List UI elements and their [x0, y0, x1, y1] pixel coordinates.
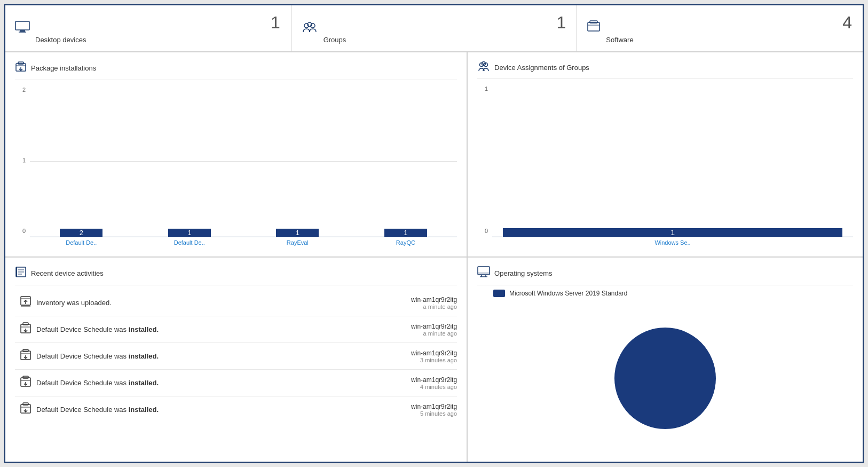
bar-label-default2: Default De..: [144, 239, 236, 246]
activity-text-2: Default Device Schedule was installed.: [36, 325, 411, 333]
panel-operating-systems: Operating systems Microsoft Windows Serv…: [468, 258, 863, 462]
software-count: 4: [842, 13, 852, 33]
bar-group-rayqc: 1: [360, 229, 452, 237]
main-content: Package installations 2 1 0: [5, 52, 863, 462]
activity-meta-4: win-am1qr9r2itg 4 minutes ago: [411, 376, 457, 390]
svg-rect-42: [478, 267, 490, 275]
bar-label-rayqc: RayQC: [360, 239, 452, 246]
activity-device-1: win-am1qr9r2itg: [411, 296, 457, 303]
bar-group-default2: 1: [144, 229, 236, 237]
row-charts: Package installations 2 1 0: [5, 52, 863, 258]
bar-group-default1: 2: [35, 229, 128, 237]
desktop-label: Desktop devices: [35, 36, 86, 44]
activity-device-3: win-am1qr9r2itg: [411, 349, 457, 357]
software-label: Software: [606, 36, 633, 44]
activities-title: Recent device activities: [31, 269, 104, 277]
activity-icon-upload: [15, 295, 36, 310]
legend-color-windows: [493, 290, 505, 297]
panel-device-assignments: Device Assignments of Groups 1 0: [468, 52, 863, 256]
assignments-icon: [477, 61, 490, 74]
activities-icon: [15, 266, 27, 281]
activity-item-3: Default Device Schedule was installed. w…: [15, 343, 457, 370]
groups-label: Groups: [323, 36, 346, 44]
svg-rect-1: [20, 30, 25, 32]
bar-windows: 1: [503, 228, 842, 237]
activity-icon-install-5: [15, 402, 36, 417]
activity-device-2: win-am1qr9r2itg: [411, 323, 457, 330]
panel-header-os: Operating systems: [477, 266, 853, 285]
package-install-icon: [15, 61, 27, 75]
summary-bar: Desktop devices 1 Groups 1: [5, 5, 863, 52]
package-bar-chart: 2 1 0 2: [15, 84, 457, 248]
activity-meta-1: win-am1qr9r2itg a minute ago: [411, 296, 457, 310]
groups-icon: [301, 21, 318, 36]
activity-icon-install-3: [15, 348, 36, 364]
panel-header-packages: Package installations: [15, 61, 457, 80]
bar-rayeval: 1: [276, 229, 319, 237]
bar-default2: 1: [168, 229, 211, 237]
summary-card-groups[interactable]: Groups 1: [291, 5, 578, 51]
summary-card-software[interactable]: Software 4: [577, 5, 863, 51]
os-legend-item: Microsoft Windows Server 2019 Standard: [493, 290, 627, 297]
svg-rect-37: [23, 376, 28, 378]
legend-label-windows: Microsoft Windows Server 2019 Standard: [509, 290, 627, 297]
activity-device-4: win-am1qr9r2itg: [411, 376, 457, 384]
activity-text-4: Default Device Schedule was installed.: [36, 379, 411, 387]
desktop-count: 1: [271, 13, 280, 33]
svg-rect-41: [23, 403, 28, 405]
os-title: Operating systems: [494, 269, 552, 277]
summary-card-desktop[interactable]: Desktop devices 1: [5, 5, 291, 51]
activity-time-5: 5 minutes ago: [411, 410, 457, 417]
activity-text-3: Default Device Schedule was installed.: [36, 352, 411, 360]
bar-label-windows: Windows Se..: [503, 239, 842, 246]
activity-text-1: Inventory was uploaded.: [36, 299, 411, 307]
activity-text-5: Default Device Schedule was installed.: [36, 406, 411, 414]
svg-rect-33: [23, 349, 28, 352]
groups-count: 1: [557, 13, 566, 33]
activity-time-2: a minute ago: [411, 330, 457, 337]
activity-item-2: Default Device Schedule was installed. w…: [15, 316, 457, 343]
bar-rayqc: 1: [384, 229, 427, 237]
activity-meta-3: win-am1qr9r2itg 3 minutes ago: [411, 349, 457, 363]
panel-header-assignments: Device Assignments of Groups: [477, 61, 853, 79]
activity-icon-install-4: [15, 375, 36, 391]
activity-icon-install-2: [15, 322, 36, 337]
package-install-title: Package installations: [31, 64, 96, 72]
svg-rect-10: [18, 62, 23, 64]
pie-container: [606, 303, 724, 453]
activity-time-3: 3 minutes ago: [411, 357, 457, 363]
bar-default1: 2: [60, 229, 102, 237]
activity-time-1: a minute ago: [411, 303, 457, 310]
activity-meta-2: win-am1qr9r2itg a minute ago: [411, 323, 457, 337]
panel-recent-activities: Recent device activities: [5, 258, 468, 462]
row-bottom: Recent device activities: [5, 258, 863, 462]
svg-rect-7: [590, 21, 597, 23]
bar-group-windows: 1: [503, 228, 842, 237]
bar-label-rayeval: RayEval: [251, 239, 344, 246]
svg-rect-29: [23, 323, 28, 325]
software-icon: [587, 20, 601, 37]
activity-item-1: Inventory was uploaded. win-am1qr9r2itg …: [15, 290, 457, 316]
panel-header-activities: Recent device activities: [15, 266, 457, 285]
assignments-title: Device Assignments of Groups: [494, 64, 589, 72]
activity-time-4: 4 minutes ago: [411, 384, 457, 390]
os-icon: [477, 266, 490, 281]
activity-list: Inventory was uploaded. win-am1qr9r2itg …: [15, 290, 457, 453]
activity-device-5: win-am1qr9r2itg: [411, 403, 457, 410]
svg-point-47: [614, 328, 716, 429]
panel-package-installations: Package installations 2 1 0: [5, 52, 468, 256]
activity-meta-5: win-am1qr9r2itg 5 minutes ago: [411, 403, 457, 417]
bar-group-rayeval: 1: [251, 229, 344, 237]
svg-rect-6: [588, 22, 599, 31]
svg-rect-0: [15, 21, 29, 30]
desktop-icon: [15, 21, 30, 36]
assignments-bar-chart: 1 0 1 W: [477, 83, 853, 248]
activity-item-5: Default Device Schedule was installed. w…: [15, 396, 457, 423]
pie-area: Microsoft Windows Server 2019 Standard: [477, 290, 853, 453]
pie-chart-svg: [606, 320, 724, 437]
activity-item-4: Default Device Schedule was installed. w…: [15, 370, 457, 396]
bar-label-default1: Default De..: [35, 239, 128, 246]
